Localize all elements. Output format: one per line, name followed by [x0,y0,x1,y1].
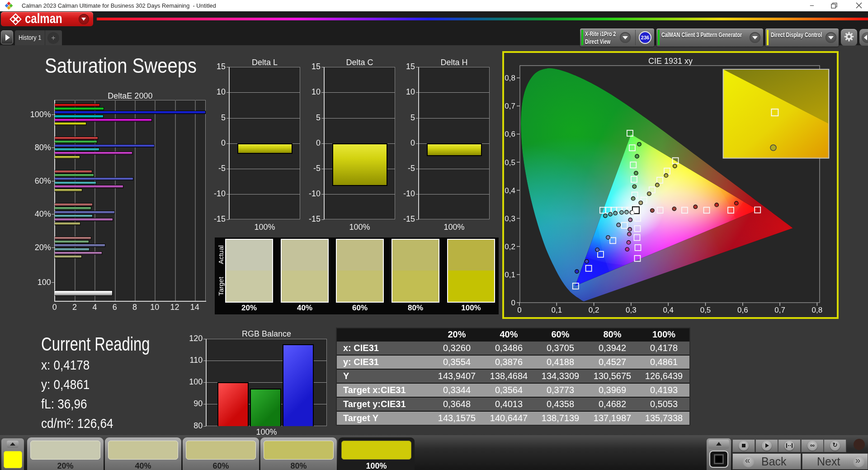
svg-text:0,4: 0,4 [505,186,515,195]
svg-text:0,3: 0,3 [626,306,637,314]
svg-text:0,8: 0,8 [505,74,515,82]
svg-text:0,6: 0,6 [737,306,748,314]
svg-text:0,5: 0,5 [505,158,515,167]
svg-text:0,7: 0,7 [505,102,515,110]
svg-text:CIE 1931 xy: CIE 1931 xy [648,57,693,66]
svg-text:0,1: 0,1 [505,271,515,279]
svg-text:0: 0 [511,299,515,307]
svg-text:0,8: 0,8 [812,306,823,314]
svg-text:0,5: 0,5 [700,306,711,314]
svg-text:0,6: 0,6 [505,130,515,138]
svg-text:0,2: 0,2 [589,306,599,314]
svg-text:0,3: 0,3 [505,214,515,223]
svg-text:0,7: 0,7 [774,306,785,314]
svg-text:0,2: 0,2 [505,242,515,251]
svg-text:0,1: 0,1 [551,306,562,314]
svg-text:0,4: 0,4 [663,306,674,314]
svg-text:0: 0 [517,306,521,314]
